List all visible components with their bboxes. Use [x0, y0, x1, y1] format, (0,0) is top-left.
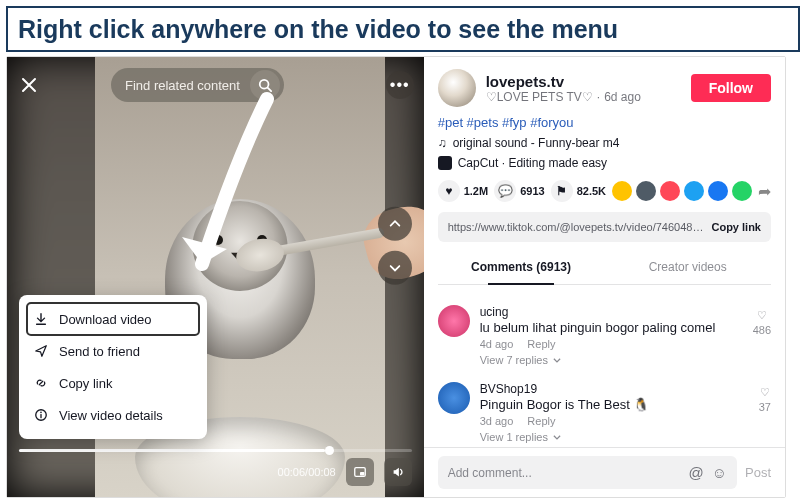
sound-row[interactable]: ♫ original sound - Funny-bear m4	[438, 136, 771, 150]
engagement-row: ♥1.2M 💬6913 ⚑82.5K ➦	[438, 180, 771, 202]
comment-icon: 💬	[494, 180, 516, 202]
search-button[interactable]	[250, 70, 280, 100]
svg-point-2	[40, 412, 42, 414]
add-comment-placeholder: Add comment...	[448, 466, 689, 480]
tabs: Comments (6913) Creator videos	[438, 250, 771, 285]
emoji-icon[interactable]: ☺	[712, 464, 727, 481]
video-controls: 00:06/00:08	[7, 449, 424, 489]
add-comment-input[interactable]: Add comment... @ ☺	[438, 456, 737, 489]
close-button[interactable]	[17, 73, 41, 97]
comment-like[interactable]: ♡ 37	[759, 382, 771, 443]
username: lovepets.tv	[486, 73, 681, 90]
comment-reply-button[interactable]: Reply	[527, 338, 555, 350]
progress-fill	[19, 449, 325, 452]
share-more-icon[interactable]: ➦	[758, 182, 771, 201]
comment-author[interactable]: ucing	[480, 305, 743, 319]
hashtags[interactable]: #pet #pets #fyp #foryou	[438, 115, 771, 130]
progress-thumb[interactable]	[325, 446, 334, 455]
tab-comments[interactable]: Comments (6913)	[438, 250, 605, 284]
comment-author[interactable]: BVShop19	[480, 382, 749, 396]
share-facebook-icon[interactable]	[708, 181, 728, 201]
heart-outline-icon: ♡	[757, 309, 767, 322]
comment-meta: 4d ago Reply	[480, 338, 743, 350]
profile-subline: ♡LOVE PETS TV♡ · 6d ago	[486, 90, 681, 104]
comment-stat[interactable]: 💬6913	[494, 180, 544, 202]
chevron-down-icon	[552, 432, 562, 442]
send-icon	[33, 343, 49, 359]
volume-icon	[391, 465, 405, 479]
comment-age: 3d ago	[480, 415, 514, 427]
add-comment-row: Add comment... @ ☺ Post	[424, 447, 785, 497]
comment-text: lu belum lihat pinguin bogor paling come…	[480, 320, 743, 335]
comment-reply-button[interactable]: Reply	[527, 415, 555, 427]
comment-meta: 3d ago Reply	[480, 415, 749, 427]
bookmark-icon: ⚑	[551, 180, 573, 202]
comment-like[interactable]: ♡ 486	[753, 305, 771, 366]
ctx-copy-link[interactable]: Copy link	[27, 367, 199, 399]
video-player-pane[interactable]: Find related content •••	[7, 57, 424, 497]
comment-avatar[interactable]	[438, 305, 470, 337]
comment-like-count: 37	[759, 401, 771, 413]
share-repost-icon[interactable]	[612, 181, 632, 201]
heart-outline-icon: ♡	[760, 386, 770, 399]
ctx-view-details[interactable]: View video details	[27, 399, 199, 431]
download-icon	[33, 311, 49, 327]
progress-bar[interactable]	[19, 449, 412, 452]
next-video-button[interactable]	[378, 251, 412, 285]
comment-body: ucing lu belum lihat pinguin bogor palin…	[480, 305, 743, 366]
dots-icon: •••	[390, 76, 410, 94]
share-whatsapp-icon[interactable]	[732, 181, 752, 201]
share-send-icon[interactable]	[660, 181, 680, 201]
comments-list[interactable]: ucing lu belum lihat pinguin bogor palin…	[424, 293, 785, 447]
music-note-icon: ♫	[438, 136, 447, 150]
comment-avatar[interactable]	[438, 382, 470, 414]
share-icons: ➦	[612, 181, 771, 201]
app-frame: Find related content •••	[6, 56, 786, 498]
capcut-label: CapCut · Editing made easy	[458, 156, 607, 170]
save-stat[interactable]: ⚑82.5K	[551, 180, 606, 202]
view-replies[interactable]: View 1 replies	[480, 431, 749, 443]
share-embed-icon[interactable]	[636, 181, 656, 201]
svg-rect-4	[360, 472, 364, 476]
like-count: 1.2M	[464, 185, 488, 197]
instruction-banner: Right click anywhere on the video to see…	[6, 6, 800, 52]
like-stat[interactable]: ♥1.2M	[438, 180, 488, 202]
chevron-down-icon	[388, 261, 402, 275]
video-url[interactable]: https://www.tiktok.com/@lovepets.tv/vide…	[448, 221, 704, 233]
chevron-down-icon	[552, 355, 562, 365]
display-name: ♡LOVE PETS TV♡	[486, 90, 593, 104]
ctx-send-to-friend[interactable]: Send to friend	[27, 335, 199, 367]
search-pill[interactable]: Find related content	[111, 68, 284, 102]
link-icon	[33, 375, 49, 391]
sound-name: original sound - Funny-bear m4	[453, 136, 620, 150]
ctx-label: View video details	[59, 408, 163, 423]
comment-item: ucing lu belum lihat pinguin bogor palin…	[438, 297, 771, 374]
profile-names[interactable]: lovepets.tv ♡LOVE PETS TV♡ · 6d ago	[486, 73, 681, 104]
ctx-label: Copy link	[59, 376, 112, 391]
comment-item: BVShop19 Pinguin Bogor is The Best 🐧 3d …	[438, 374, 771, 447]
link-row: https://www.tiktok.com/@lovepets.tv/vide…	[438, 212, 771, 242]
video-topbar: Find related content •••	[17, 67, 414, 103]
avatar[interactable]	[438, 69, 476, 107]
info-icon	[33, 407, 49, 423]
more-options-button[interactable]: •••	[386, 71, 414, 99]
ctx-download-video[interactable]: Download video	[27, 303, 199, 335]
timecode: 00:06/00:08	[278, 466, 336, 478]
search-icon	[258, 78, 272, 92]
miniplayer-icon	[353, 465, 367, 479]
follow-button[interactable]: Follow	[691, 74, 771, 102]
mention-icon[interactable]: @	[688, 464, 703, 481]
ctx-label: Send to friend	[59, 344, 140, 359]
add-comment-icons: @ ☺	[688, 464, 727, 481]
prev-video-button[interactable]	[378, 207, 412, 241]
volume-button[interactable]	[384, 458, 412, 486]
copy-link-button[interactable]: Copy link	[711, 221, 761, 233]
tab-creator-videos[interactable]: Creator videos	[604, 250, 771, 284]
capcut-icon	[438, 156, 452, 170]
heart-icon: ♥	[438, 180, 460, 202]
capcut-row[interactable]: CapCut · Editing made easy	[438, 156, 771, 170]
view-replies[interactable]: View 7 replies	[480, 354, 743, 366]
share-twitter-icon[interactable]	[684, 181, 704, 201]
post-button[interactable]: Post	[745, 465, 771, 480]
miniplayer-button[interactable]	[346, 458, 374, 486]
